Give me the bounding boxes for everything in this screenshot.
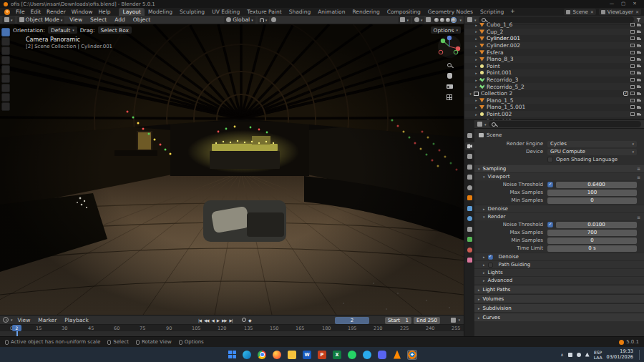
show-desktop-button[interactable] (639, 350, 640, 360)
r-noise-threshold-field[interactable]: 0.0100 (556, 222, 637, 228)
presets-icon[interactable]: ≡ (637, 175, 640, 180)
menu-render[interactable]: Render (44, 8, 69, 16)
outliner-item[interactable]: ▸Point.003 (464, 117, 644, 119)
tab-object[interactable] (465, 194, 474, 202)
outliner-item-name[interactable]: Cylinder.001 (487, 35, 630, 41)
minimize-button[interactable]: — (606, 0, 618, 8)
outliner-item[interactable]: ▸Cup_2 (464, 29, 644, 36)
disclosure-triangle-icon[interactable]: ▸ (473, 112, 479, 117)
taskbar-start-button[interactable] (227, 350, 237, 360)
disable-in-render-icon[interactable] (637, 37, 641, 40)
outliner-item[interactable]: ▸Esfera (464, 49, 644, 56)
proportional-editing-icon[interactable] (271, 17, 276, 22)
outliner-item-name[interactable]: Collection 2 (481, 90, 623, 97)
playhead-frame-badge[interactable]: 2 (12, 325, 21, 331)
disclosure-triangle-icon[interactable]: ▸ (473, 64, 479, 68)
language-indicator[interactable]: ESP LAA (594, 350, 602, 360)
outliner-item-name[interactable]: Point.002 (487, 111, 630, 117)
disclosure-triangle-icon[interactable]: ▸ (473, 44, 479, 48)
outliner-item-name[interactable]: Plano_8_3 (487, 56, 630, 62)
tool-cursor[interactable] (1, 37, 10, 46)
disclosure-triangle-icon[interactable]: ▸ (473, 71, 479, 75)
disable-in-render-icon[interactable] (637, 51, 641, 54)
device-dropdown[interactable]: GPU Compute▾ (547, 149, 637, 155)
workspace-tab-shading[interactable]: Shading (286, 8, 314, 16)
show-overlays-toggle[interactable]: ▾ (412, 16, 425, 24)
disclosure-triangle-icon[interactable]: ▸ (473, 98, 479, 102)
blender-menu-icon[interactable] (4, 9, 10, 15)
outliner-item-name[interactable]: Plano_1_5 (487, 97, 630, 104)
timeline-options-icon[interactable] (451, 318, 456, 323)
timeline-menu-view[interactable]: View (15, 316, 34, 324)
current-frame-field[interactable]: 2 (335, 317, 369, 324)
section-volumes[interactable]: ▸ Volumes (474, 294, 644, 303)
tool-measure[interactable] (1, 93, 10, 102)
disable-in-render-icon[interactable] (637, 44, 641, 47)
tab-tool[interactable] (465, 132, 474, 140)
disable-in-render-icon[interactable] (637, 113, 641, 116)
xray-toggle-icon[interactable] (426, 17, 431, 22)
taskbar-icon-vlc[interactable] (392, 350, 402, 360)
subsection-denoise[interactable]: ▸ Denoise (474, 253, 644, 260)
taskbar-icon-edge[interactable] (242, 350, 252, 360)
hide-in-viewport-icon[interactable] (630, 57, 635, 61)
menu-file[interactable]: File (13, 8, 28, 16)
tool-move[interactable] (1, 47, 10, 55)
taskbar-icon-powerpoint[interactable]: P (317, 350, 327, 360)
workspace-tab-layout[interactable]: Layout (119, 8, 145, 16)
tab-constraints[interactable] (465, 225, 474, 233)
disclosure-triangle-icon[interactable]: ▸ (473, 105, 479, 109)
workspace-tab-compositing[interactable]: Compositing (384, 8, 424, 16)
vp-noise-threshold-checkbox[interactable] (547, 182, 553, 187)
menu-help[interactable]: Help (95, 8, 113, 16)
outliner-item-name[interactable]: Point.001 (487, 69, 630, 76)
workspace-tab-texture-paint[interactable]: Texture Paint (243, 8, 285, 16)
hide-in-viewport-icon[interactable] (630, 92, 635, 95)
outliner-item[interactable]: ▸Plano_1_5.001 (464, 104, 644, 111)
outliner-item[interactable]: ▸Cubo_1_6 (464, 21, 644, 29)
viewport-3d[interactable]: Orientation: Default▾ Drag: Select Box O… (0, 24, 464, 315)
hide-in-viewport-icon[interactable] (630, 85, 635, 89)
disclosure-triangle-icon[interactable]: ▸ (473, 119, 479, 119)
taskbar-icon-discord[interactable] (377, 350, 387, 360)
outliner-item-name[interactable]: Point (487, 63, 630, 69)
orientation-dropdown[interactable]: Default▾ (48, 26, 77, 34)
properties-editor-icon[interactable] (477, 122, 482, 127)
tab-physics[interactable] (465, 215, 474, 222)
scene-selector[interactable]: Scene ✕ (564, 9, 595, 15)
shading-rendered-icon[interactable] (452, 18, 456, 22)
tray-expand-icon[interactable]: ∧ (560, 352, 563, 357)
outliner-item[interactable]: ▸Recorrido_5_2 (464, 83, 644, 90)
workspace-tab-uv-editing[interactable]: UV Editing (208, 8, 243, 16)
tray-icon[interactable] (568, 353, 572, 357)
subsection-lights[interactable]: ▸ Lights (474, 268, 644, 276)
viewport-menu-add[interactable]: Add (112, 16, 128, 24)
tab-modifiers[interactable] (465, 205, 474, 212)
outliner-item-name[interactable]: Plano_1_5.001 (487, 104, 630, 110)
tab-view-layer[interactable] (465, 163, 474, 171)
timeline-menu-playback[interactable]: Playback (62, 316, 91, 324)
workspace-tab-sculpting[interactable]: Sculpting (176, 8, 208, 16)
shading-material-icon[interactable] (446, 18, 450, 22)
subsection-viewport-denoise[interactable]: ▸ Denoise (474, 205, 644, 212)
options-dropdown[interactable]: Options▾ (431, 26, 461, 34)
disclosure-triangle-icon[interactable]: ▸ (473, 84, 479, 89)
tool-scale[interactable] (1, 65, 10, 74)
tab-world[interactable] (465, 184, 474, 192)
outliner-item[interactable]: ▸Recorrido_3 (464, 77, 644, 84)
viewport-menu-object[interactable]: Object (130, 16, 153, 24)
time-limit-field[interactable]: 0 s (547, 245, 637, 252)
tool-rotate[interactable] (1, 56, 10, 64)
subsection-render[interactable]: ▾ Render ≡ (474, 212, 644, 220)
taskbar-icon-excel[interactable]: X (332, 350, 342, 360)
auto-keying-icon[interactable] (242, 318, 246, 322)
shading-wireframe-icon[interactable] (434, 18, 439, 22)
disable-in-render-icon[interactable] (637, 106, 641, 109)
hide-in-viewport-icon[interactable] (630, 112, 635, 116)
play-reverse-button[interactable]: ◀ (211, 317, 215, 324)
disclosure-triangle-icon[interactable]: ▸ (473, 29, 479, 34)
add-workspace-button[interactable]: + (507, 8, 517, 16)
transform-orientation-selector[interactable]: Global▾ (224, 16, 255, 24)
taskbar-icon-explorer[interactable] (287, 350, 297, 360)
tab-render[interactable] (465, 142, 474, 150)
